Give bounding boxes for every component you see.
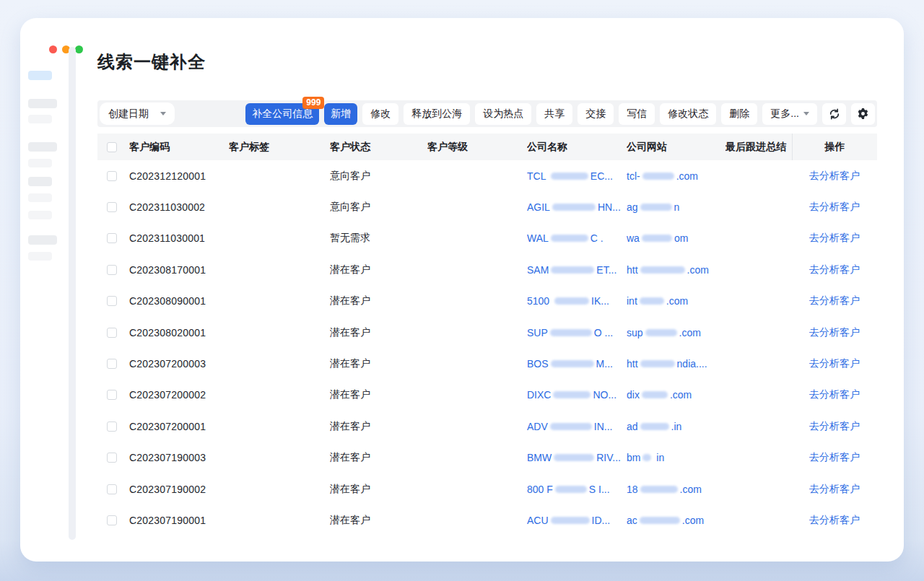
analyze-customer-link[interactable]: 去分析客户	[809, 201, 860, 214]
link-text: AGIL	[527, 201, 550, 213]
sidebar-skeleton-bar	[28, 193, 52, 202]
analyze-customer-link[interactable]: 去分析客户	[809, 263, 860, 276]
row-checkbox-cell	[97, 411, 129, 442]
company-name-link[interactable]: AGILHN...	[527, 191, 627, 222]
row-checkbox[interactable]	[107, 296, 117, 306]
row-checkbox[interactable]	[107, 233, 117, 243]
company-name-link[interactable]: TCL EC...	[527, 160, 627, 191]
settings-button[interactable]	[851, 103, 875, 125]
analyze-customer-link[interactable]: 去分析客户	[809, 451, 860, 464]
row-checkbox[interactable]	[107, 484, 117, 494]
row-checkbox[interactable]	[107, 421, 117, 432]
customer-tag-cell	[229, 348, 330, 379]
sidebar-skeleton-bar	[28, 252, 52, 261]
sidebar	[28, 18, 69, 562]
company-name-link[interactable]: SAMET...	[527, 254, 627, 285]
analyze-customer-link[interactable]: 去分析客户	[809, 420, 860, 433]
analyze-customer-link[interactable]: 去分析客户	[809, 232, 860, 245]
link-text: tcl-	[627, 170, 640, 182]
row-checkbox[interactable]	[107, 390, 117, 400]
customer-code-cell: C202307200003	[129, 348, 229, 379]
link-text: ag	[627, 201, 638, 213]
company-website-link[interactable]: ad.in	[627, 411, 725, 442]
write-email-button[interactable]: 写信	[619, 103, 655, 125]
row-checkbox[interactable]	[107, 265, 117, 275]
company-name-link[interactable]: 5100 IK...	[527, 286, 627, 317]
add-button[interactable]: 新增	[324, 103, 357, 125]
chevron-down-icon	[160, 112, 166, 115]
redacted-text	[645, 329, 677, 336]
company-website-link[interactable]: sup.com	[627, 317, 725, 348]
link-text: SUP	[527, 327, 548, 338]
company-website-link[interactable]: int.com	[627, 286, 725, 317]
analyze-customer-link[interactable]: 去分析客户	[809, 483, 860, 496]
zoom-window-button[interactable]	[75, 45, 83, 53]
more-button[interactable]: 更多...	[762, 103, 817, 125]
customer-level-cell	[427, 317, 527, 348]
row-checkbox[interactable]	[107, 328, 117, 338]
company-name-link[interactable]: ACUID...	[527, 504, 627, 536]
column-header-5: 公司名称	[527, 134, 627, 160]
company-website-link[interactable]: agn	[627, 191, 725, 222]
header-checkbox-cell	[97, 134, 129, 160]
change-status-button[interactable]: 修改状态	[660, 103, 716, 125]
company-website-link[interactable]: tcl-.com	[627, 160, 725, 191]
complete-company-info-button[interactable]: 补全公司信息 999	[245, 103, 319, 125]
set-hot-button[interactable]: 设为热点	[475, 103, 531, 125]
customer-level-cell	[427, 348, 527, 379]
company-name-link[interactable]: SUPO ...	[527, 317, 627, 348]
redacted-text	[642, 391, 668, 398]
customer-code-cell: C202307200002	[129, 380, 229, 411]
edit-button[interactable]: 修改	[362, 103, 398, 125]
row-checkbox[interactable]	[107, 202, 117, 212]
row-checkbox[interactable]	[107, 515, 117, 525]
company-website-link[interactable]: httndia....	[627, 348, 725, 379]
company-name-link[interactable]: BMWRIV...	[527, 442, 627, 473]
company-name-link[interactable]: WALC .	[527, 223, 627, 254]
redacted-text	[551, 266, 594, 274]
table-row: C202307190001潜在客户ACUID...ac.com去分析客户	[97, 504, 877, 536]
row-checkbox[interactable]	[107, 453, 117, 463]
company-website-link[interactable]: ac.com	[627, 504, 725, 536]
company-name-link[interactable]: ADVIN...	[527, 411, 627, 442]
toolbar-buttons: 补全公司信息 999 新增 修改 释放到公海 设为热点 共享 交接 写信 修改状…	[245, 103, 875, 125]
company-website-link[interactable]: waom	[627, 223, 725, 254]
company-website-link[interactable]: htt.com	[627, 254, 725, 285]
handover-button[interactable]: 交接	[578, 103, 614, 125]
row-checkbox[interactable]	[107, 171, 117, 181]
customer-status-cell: 潜在客户	[330, 442, 427, 473]
toolbar: 创建日期 补全公司信息 999 新增 修改 释放到公海 设为热点 共享 交接 写…	[97, 100, 877, 127]
company-name-link[interactable]: DIXCNO...	[527, 380, 627, 411]
refresh-button[interactable]	[822, 103, 846, 125]
table-row: C202311030001暂无需求WALC .waom去分析客户	[97, 223, 877, 254]
analyze-customer-link[interactable]: 去分析客户	[809, 326, 860, 339]
count-badge: 999	[302, 97, 324, 109]
analyze-customer-link[interactable]: 去分析客户	[809, 357, 860, 370]
customer-level-cell	[427, 223, 527, 254]
analyze-customer-link[interactable]: 去分析客户	[809, 388, 860, 401]
company-name-link[interactable]: BOSM...	[527, 348, 627, 379]
sidebar-skeleton-bar	[28, 211, 52, 219]
company-website-link[interactable]: bm in	[627, 442, 725, 473]
link-text: wa	[627, 232, 640, 244]
row-checkbox[interactable]	[107, 359, 117, 369]
delete-button[interactable]: 删除	[721, 103, 757, 125]
redacted-text	[640, 486, 678, 493]
company-website-link[interactable]: 18.com	[627, 473, 725, 504]
content-divider	[69, 47, 76, 540]
link-text: 5100	[527, 295, 552, 307]
date-filter-select[interactable]: 创建日期	[100, 102, 175, 125]
link-text: bm	[627, 452, 640, 463]
analyze-customer-link[interactable]: 去分析客户	[809, 170, 860, 183]
table-row: C202308090001潜在客户5100 IK...int.com去分析客户	[97, 286, 877, 317]
row-checkbox-cell	[97, 473, 129, 504]
action-cell: 去分析客户	[792, 286, 877, 317]
company-name-link[interactable]: 800 FS I...	[527, 473, 627, 504]
release-to-pool-button[interactable]: 释放到公海	[404, 103, 470, 125]
analyze-customer-link[interactable]: 去分析客户	[809, 514, 860, 527]
company-website-link[interactable]: dix.com	[627, 380, 725, 411]
select-all-checkbox[interactable]	[107, 142, 117, 152]
link-text: .com	[680, 484, 702, 495]
analyze-customer-link[interactable]: 去分析客户	[809, 294, 860, 307]
share-button[interactable]: 共享	[536, 103, 572, 125]
